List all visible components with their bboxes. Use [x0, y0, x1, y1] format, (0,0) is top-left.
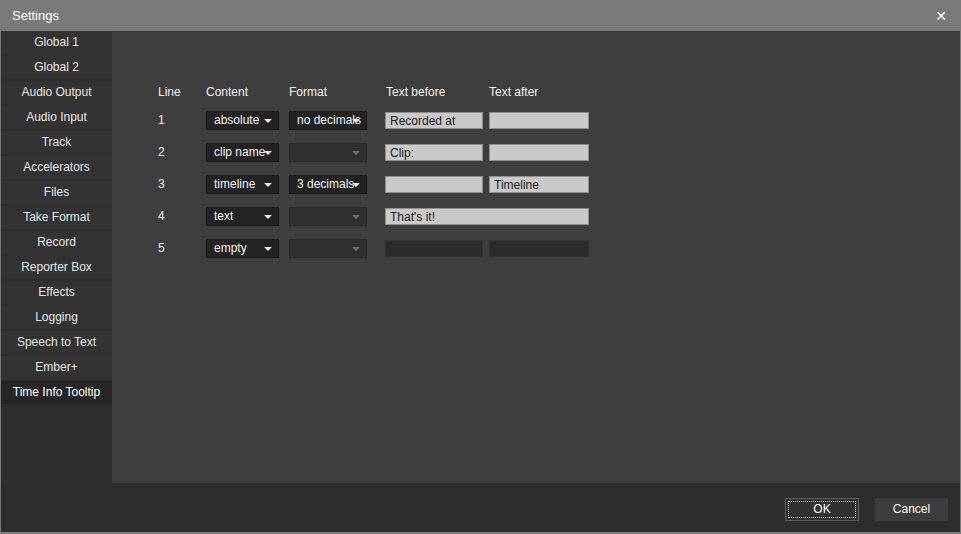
sidebar-item-reporter-box[interactable]: Reporter Box	[1, 256, 112, 279]
chevron-down-icon	[264, 247, 272, 251]
line-number: 4	[158, 209, 165, 223]
text-before-input-disabled	[385, 240, 483, 257]
column-header-content: Content	[206, 85, 248, 99]
text-before-input[interactable]	[385, 112, 483, 129]
format-dropdown-disabled	[289, 207, 367, 226]
table-row: 1 absolute no decimals	[112, 111, 960, 133]
table-row: 3 timeline 3 decimals	[112, 175, 960, 197]
content-dropdown[interactable]: empty	[206, 239, 279, 258]
sidebar-item-logging[interactable]: Logging	[1, 306, 112, 329]
content-dropdown[interactable]: clip name	[206, 143, 279, 162]
text-before-input-wide[interactable]	[385, 208, 589, 225]
content-dropdown[interactable]: text	[206, 207, 279, 226]
sidebar-item-ember[interactable]: Ember+	[1, 356, 112, 379]
sidebar-item-accelerators[interactable]: Accelerators	[1, 156, 112, 179]
format-dropdown-value: 3 decimals	[297, 177, 354, 191]
sidebar-item-take-format[interactable]: Take Format	[1, 206, 112, 229]
column-header-line: Line	[158, 85, 181, 99]
line-number: 2	[158, 145, 165, 159]
format-dropdown[interactable]: no decimals	[289, 111, 367, 130]
content-dropdown[interactable]: timeline	[206, 175, 279, 194]
sidebar-item-effects[interactable]: Effects	[1, 281, 112, 304]
table-row: 5 empty	[112, 239, 960, 261]
window-title: Settings	[12, 8, 59, 23]
settings-sidebar: Global 1 Global 2 Audio Output Audio Inp…	[1, 31, 112, 406]
chevron-down-icon	[264, 151, 272, 155]
chevron-down-icon	[264, 183, 272, 187]
close-icon[interactable]: ✕	[935, 9, 947, 23]
sidebar-item-audio-input[interactable]: Audio Input	[1, 106, 112, 129]
sidebar-item-global-2[interactable]: Global 2	[1, 56, 112, 79]
ok-button[interactable]: OK	[785, 498, 859, 521]
sidebar-item-track[interactable]: Track	[1, 131, 112, 154]
format-dropdown-disabled	[289, 143, 367, 162]
sidebar-item-files[interactable]: Files	[1, 181, 112, 204]
text-after-input-disabled	[489, 240, 589, 257]
sidebar-item-time-info-tooltip[interactable]: Time Info Tooltip	[1, 381, 112, 404]
text-after-input[interactable]	[489, 144, 589, 161]
content-dropdown-value: timeline	[214, 177, 255, 191]
column-header-text-before: Text before	[386, 85, 445, 99]
chevron-down-icon	[352, 119, 360, 123]
content-dropdown-value: clip name	[214, 145, 265, 159]
cancel-button[interactable]: Cancel	[875, 498, 948, 521]
content-dropdown[interactable]: absolute	[206, 111, 279, 130]
line-number: 1	[158, 113, 165, 127]
line-number: 5	[158, 241, 165, 255]
content-dropdown-value: empty	[214, 241, 247, 255]
settings-dialog: Settings ✕ Global 1 Global 2 Audio Outpu…	[0, 0, 961, 534]
title-bar: Settings ✕	[1, 0, 960, 31]
chevron-down-icon	[264, 215, 272, 219]
column-header-text-after: Text after	[489, 85, 538, 99]
time-info-tooltip-panel: Line Content Format Text before Text aft…	[112, 31, 960, 483]
sidebar-item-global-1[interactable]: Global 1	[1, 31, 112, 54]
text-after-input[interactable]	[489, 112, 589, 129]
content-dropdown-value: absolute	[214, 113, 259, 127]
chevron-down-icon	[352, 215, 360, 219]
text-after-input[interactable]	[489, 176, 589, 193]
format-dropdown[interactable]: 3 decimals	[289, 175, 367, 194]
column-header-format: Format	[289, 85, 327, 99]
sidebar-item-record[interactable]: Record	[1, 231, 112, 254]
table-row: 4 text	[112, 207, 960, 229]
chevron-down-icon	[264, 119, 272, 123]
content-dropdown-value: text	[214, 209, 233, 223]
chevron-down-icon	[352, 151, 360, 155]
line-number: 3	[158, 177, 165, 191]
text-before-input[interactable]	[385, 176, 483, 193]
sidebar-item-audio-output[interactable]: Audio Output	[1, 81, 112, 104]
chevron-down-icon	[352, 183, 360, 187]
sidebar-item-speech-to-text[interactable]: Speech to Text	[1, 331, 112, 354]
table-row: 2 clip name	[112, 143, 960, 165]
format-dropdown-disabled	[289, 239, 367, 258]
dialog-footer: OK Cancel	[1, 483, 960, 532]
text-before-input[interactable]	[385, 144, 483, 161]
chevron-down-icon	[352, 247, 360, 251]
